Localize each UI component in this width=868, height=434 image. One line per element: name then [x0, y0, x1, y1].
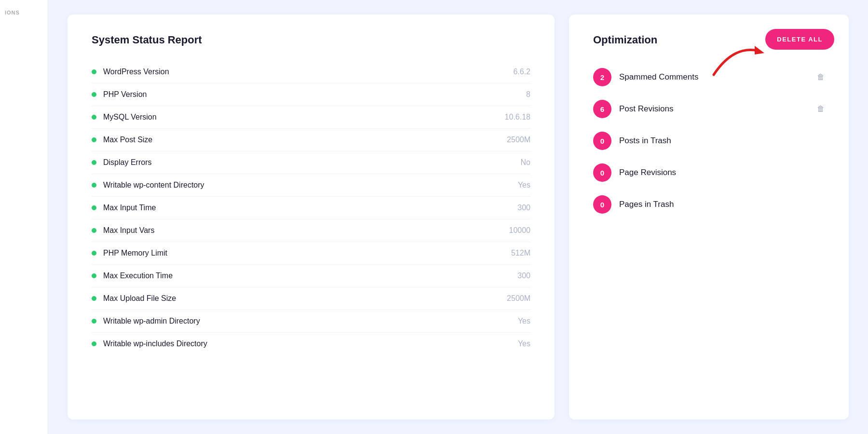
status-item-value: No: [521, 158, 530, 167]
status-item-value: 8: [526, 90, 530, 99]
status-item: Max Execution Time 300: [92, 265, 530, 287]
status-item-label: WordPress Version: [103, 68, 169, 76]
status-item: Writable wp-includes Directory Yes: [92, 333, 530, 355]
status-item-left: PHP Memory Limit: [92, 249, 167, 258]
status-item-label: Display Errors: [103, 158, 151, 167]
opt-item: 0 Pages in Trash: [593, 190, 825, 218]
status-item-label: MySQL Version: [103, 113, 157, 122]
status-item-left: Writable wp-admin Directory: [92, 317, 200, 326]
status-item-label: PHP Memory Limit: [103, 249, 167, 258]
status-item: Writable wp-content Directory Yes: [92, 174, 530, 197]
status-item-value: Yes: [518, 181, 530, 190]
status-item-left: WordPress Version: [92, 68, 169, 76]
status-item-label: Max Execution Time: [103, 271, 173, 280]
status-dot: [92, 341, 96, 346]
trash-icon[interactable]: 🗑: [817, 73, 825, 81]
sidebar-label: IONS: [5, 10, 20, 15]
status-item-value: 512M: [511, 249, 530, 258]
system-status-title: System Status Report: [92, 34, 530, 46]
status-item-value: 300: [517, 203, 530, 212]
status-item-value: Yes: [518, 317, 530, 326]
status-dot: [92, 319, 96, 324]
status-item-label: Max Input Vars: [103, 226, 154, 235]
sidebar: IONS: [0, 0, 48, 434]
opt-item-label: Pages in Trash: [619, 200, 825, 209]
status-item-label: Writable wp-admin Directory: [103, 317, 200, 326]
opt-item-label: Post Revisions: [619, 104, 809, 114]
delete-all-button[interactable]: DELETE ALL: [765, 29, 834, 50]
status-item-value: 2500M: [507, 294, 530, 303]
status-item-value: 10.6.18: [505, 113, 530, 122]
status-dot: [92, 251, 96, 256]
optimization-list: 2 Spammed Comments 🗑 6 Post Revisions 🗑 …: [593, 63, 825, 218]
status-item-value: 300: [517, 271, 530, 280]
status-dot: [92, 273, 96, 278]
status-dot: [92, 296, 96, 301]
status-item-label: Writable wp-includes Directory: [103, 339, 207, 348]
opt-badge: 0: [593, 163, 611, 182]
status-item-left: Max Upload File Size: [92, 294, 176, 303]
status-dot: [92, 92, 96, 97]
opt-badge: 2: [593, 68, 611, 86]
status-item-label: Max Input Time: [103, 203, 156, 212]
status-list: WordPress Version 6.6.2 PHP Version 8 My…: [92, 61, 530, 355]
status-item-value: 2500M: [507, 136, 530, 144]
status-item-left: Max Input Time: [92, 203, 156, 212]
status-item: PHP Version 8: [92, 83, 530, 106]
trash-icon[interactable]: 🗑: [817, 105, 825, 113]
status-item-left: Max Post Size: [92, 136, 152, 144]
opt-badge: 6: [593, 100, 611, 118]
status-dot: [92, 205, 96, 210]
opt-item: 2 Spammed Comments 🗑: [593, 63, 825, 91]
opt-item: 0 Page Revisions: [593, 159, 825, 187]
status-dot: [92, 228, 96, 233]
status-item-left: Display Errors: [92, 158, 151, 167]
status-item: Writable wp-admin Directory Yes: [92, 310, 530, 333]
optimization-panel: Optimization DELETE ALL 2 Spammed Commen…: [569, 14, 849, 420]
status-dot: [92, 183, 96, 188]
status-item: WordPress Version 6.6.2: [92, 61, 530, 83]
main-content: System Status Report WordPress Version 6…: [48, 0, 868, 434]
status-dot: [92, 69, 96, 74]
opt-item: 6 Post Revisions 🗑: [593, 95, 825, 123]
status-item-value: Yes: [518, 339, 530, 348]
status-item: Display Errors No: [92, 151, 530, 174]
opt-item: 0 Posts in Trash: [593, 127, 825, 155]
status-item-label: Max Post Size: [103, 136, 152, 144]
opt-badge: 0: [593, 195, 611, 214]
status-item: PHP Memory Limit 512M: [92, 242, 530, 265]
status-item-left: Writable wp-content Directory: [92, 181, 204, 190]
status-item: Max Upload File Size 2500M: [92, 287, 530, 310]
opt-item-label: Posts in Trash: [619, 136, 825, 146]
status-dot: [92, 137, 96, 142]
status-item-value: 10000: [509, 226, 531, 235]
status-item-left: Max Input Vars: [92, 226, 154, 235]
status-dot: [92, 160, 96, 165]
status-item: Max Input Vars 10000: [92, 219, 530, 242]
status-item-label: PHP Version: [103, 90, 147, 99]
status-item-left: PHP Version: [92, 90, 147, 99]
status-item: Max Post Size 2500M: [92, 129, 530, 151]
status-item: Max Input Time 300: [92, 197, 530, 219]
opt-item-label: Page Revisions: [619, 168, 825, 177]
status-item-label: Max Upload File Size: [103, 294, 176, 303]
opt-badge: 0: [593, 132, 611, 150]
status-item-left: MySQL Version: [92, 113, 157, 122]
status-item-left: Max Execution Time: [92, 271, 173, 280]
status-item-left: Writable wp-includes Directory: [92, 339, 207, 348]
status-item-label: Writable wp-content Directory: [103, 181, 204, 190]
svg-marker-0: [755, 46, 764, 54]
system-status-panel: System Status Report WordPress Version 6…: [68, 14, 555, 420]
status-item: MySQL Version 10.6.18: [92, 106, 530, 129]
status-dot: [92, 115, 96, 120]
status-item-value: 6.6.2: [513, 68, 530, 76]
opt-item-label: Spammed Comments: [619, 72, 809, 82]
